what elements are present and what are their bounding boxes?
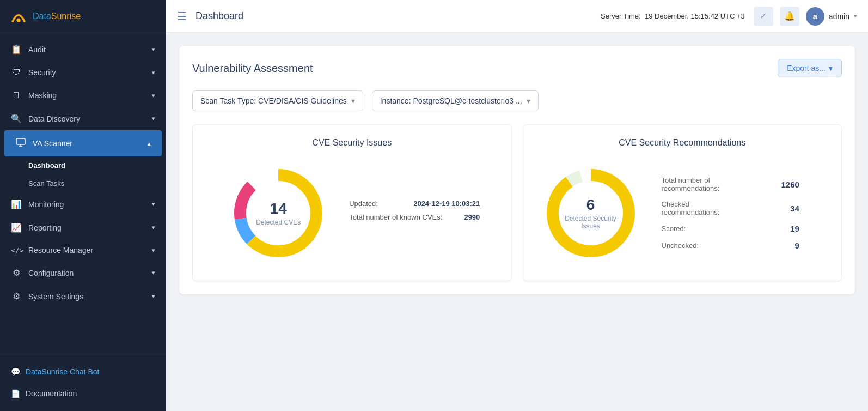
menu-toggle-button[interactable]: ☰ bbox=[177, 10, 187, 23]
chevron-down-icon: ▾ bbox=[527, 96, 530, 105]
sidebar-item-va-scanner[interactable]: VA Scanner ▴ bbox=[4, 130, 162, 156]
cve-recommendations-card: CVE Security Recommendations 6 bbox=[523, 124, 842, 281]
logo-area[interactable]: DataSunrise bbox=[0, 0, 166, 33]
content-area: Vulnerability Assessment Export as... ▾ … bbox=[166, 33, 868, 411]
sidebar-item-data-discovery[interactable]: 🔍 Data Discovery ▾ bbox=[0, 107, 166, 130]
cve-donut-chart: 14 Detected CVEs bbox=[224, 159, 333, 268]
scan-task-type-filter[interactable]: Scan Task Type: CVE/DISA/CIS Guidelines … bbox=[192, 90, 363, 111]
rec-stat-scored: Scored: 19 bbox=[662, 224, 799, 233]
header: ☰ Dashboard Server Time: 19 December, 15… bbox=[166, 0, 868, 33]
chevron-down-icon: ▾ bbox=[829, 64, 833, 72]
chevron-down-icon: ▾ bbox=[152, 92, 155, 99]
user-name-label: admin bbox=[829, 12, 849, 21]
checkmark-button[interactable]: ✓ bbox=[754, 7, 773, 26]
card-title: Vulnerability Assessment bbox=[192, 62, 313, 75]
sidebar-item-audit[interactable]: 📋 Audit ▾ bbox=[0, 38, 166, 61]
configuration-icon: ⚙ bbox=[11, 268, 22, 278]
logo-icon bbox=[9, 7, 28, 26]
chevron-down-icon: ▾ bbox=[152, 201, 155, 208]
resource-manager-icon: </> bbox=[11, 246, 22, 255]
instance-filter[interactable]: Instance: PostgreSQL@c-testcluster.o3 ..… bbox=[372, 90, 539, 111]
sidebar-item-masking[interactable]: 🗒 Masking ▾ bbox=[0, 84, 166, 107]
cve-security-issues-card: CVE Security Issues bbox=[192, 124, 512, 281]
chevron-down-icon: ▾ bbox=[152, 115, 155, 122]
reporting-icon: 📈 bbox=[11, 222, 22, 233]
rec-stat-unchecked: Unchecked: 9 bbox=[662, 241, 799, 250]
cve-chart-inner: 14 Detected CVEs Updated: 2024-12-19 10:… bbox=[206, 159, 498, 268]
rec-donut-chart: 6 Detected Security Issues bbox=[536, 159, 645, 268]
sidebar-nav: 📋 Audit ▾ 🛡 Security ▾ 🗒 Masking ▾ 🔍 Dat… bbox=[0, 33, 166, 354]
server-time: Server Time: 19 December, 15:15:42 UTC +… bbox=[601, 12, 745, 20]
sidebar-item-system-settings[interactable]: ⚙ System Settings ▾ bbox=[0, 285, 166, 308]
sidebar-item-reporting[interactable]: 📈 Reporting ▾ bbox=[0, 216, 166, 239]
export-button[interactable]: Export as... ▾ bbox=[778, 59, 842, 77]
search-icon: 🔍 bbox=[11, 113, 22, 124]
sidebar-sub-scan-tasks[interactable]: Scan Tasks bbox=[0, 174, 166, 192]
rec-stats: Total number of recommendations: 1260 Ch… bbox=[662, 176, 799, 250]
audit-icon: 📋 bbox=[11, 44, 22, 55]
rec-stat-total: Total number of recommendations: 1260 bbox=[662, 176, 799, 192]
rec-stat-checked: Checked recommendations: 34 bbox=[662, 200, 799, 216]
rec-donut-label: 6 Detected Security Issues bbox=[564, 196, 618, 230]
sidebar-item-security[interactable]: 🛡 Security ▾ bbox=[0, 61, 166, 84]
logo-text: DataSunrise bbox=[33, 11, 81, 21]
chevron-down-icon: ▾ bbox=[152, 69, 155, 76]
page-title: Dashboard bbox=[195, 10, 243, 22]
charts-row: CVE Security Issues bbox=[192, 124, 842, 281]
chevron-down-icon: ▾ bbox=[152, 46, 155, 53]
header-icons: ✓ 🔔 a admin ▾ bbox=[754, 7, 857, 26]
shield-icon: 🛡 bbox=[11, 68, 22, 77]
notifications-button[interactable]: 🔔 bbox=[780, 7, 799, 26]
sidebar-item-resource-manager[interactable]: </> Resource Manager ▾ bbox=[0, 239, 166, 261]
chevron-down-icon: ▾ bbox=[152, 293, 155, 300]
chevron-down-icon: ▾ bbox=[152, 224, 155, 231]
svg-rect-1 bbox=[16, 138, 25, 144]
cve-donut-label: 14 Detected CVEs bbox=[256, 200, 301, 226]
cve-chart-legend: Updated: 2024-12-19 10:03:21 Total numbe… bbox=[349, 200, 480, 227]
system-settings-icon: ⚙ bbox=[11, 291, 22, 301]
cve-chart-title: CVE Security Issues bbox=[206, 138, 498, 148]
svg-point-0 bbox=[16, 19, 20, 22]
avatar: a bbox=[806, 7, 824, 26]
chevron-down-icon: ▾ bbox=[152, 269, 155, 276]
documentation-link[interactable]: 📄 Documentation bbox=[0, 383, 166, 404]
user-chevron-icon: ▾ bbox=[854, 13, 857, 20]
sidebar: DataSunrise 📋 Audit ▾ 🛡 Security ▾ 🗒 Mas… bbox=[0, 0, 166, 411]
sidebar-bottom: 💬 DataSunrise Chat Bot 📄 Documentation bbox=[0, 354, 166, 411]
va-scanner-icon bbox=[15, 137, 26, 150]
chevron-up-icon: ▴ bbox=[148, 140, 151, 147]
chevron-down-icon: ▾ bbox=[351, 96, 355, 105]
documentation-icon: 📄 bbox=[11, 389, 20, 398]
sidebar-sub-dashboard[interactable]: Dashboard bbox=[0, 156, 166, 174]
main-area: ☰ Dashboard Server Time: 19 December, 15… bbox=[166, 0, 868, 411]
monitoring-icon: 📊 bbox=[11, 199, 22, 209]
chevron-down-icon: ▾ bbox=[152, 247, 155, 254]
sidebar-item-monitoring[interactable]: 📊 Monitoring ▾ bbox=[0, 192, 166, 216]
chat-bot-button[interactable]: 💬 DataSunrise Chat Bot bbox=[0, 361, 166, 383]
user-menu-button[interactable]: a admin ▾ bbox=[806, 7, 857, 26]
rec-chart-inner: 6 Detected Security Issues Total number … bbox=[536, 159, 829, 268]
filters-row: Scan Task Type: CVE/DISA/CIS Guidelines … bbox=[192, 90, 842, 111]
chat-bot-icon: 💬 bbox=[11, 367, 20, 376]
vulnerability-assessment-card: Vulnerability Assessment Export as... ▾ … bbox=[179, 46, 855, 294]
masking-icon: 🗒 bbox=[11, 90, 22, 100]
sidebar-item-configuration[interactable]: ⚙ Configuration ▾ bbox=[0, 261, 166, 285]
card-header: Vulnerability Assessment Export as... ▾ bbox=[192, 59, 842, 77]
rec-chart-title: CVE Security Recommendations bbox=[536, 138, 829, 148]
